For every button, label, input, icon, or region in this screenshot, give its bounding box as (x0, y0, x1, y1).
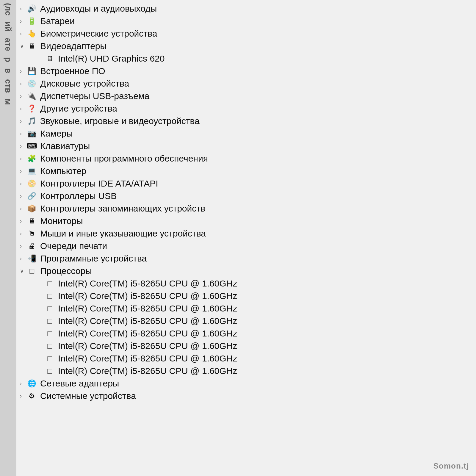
device-item-biometric[interactable]: ›👆Биометрические устройства (19, 27, 473, 40)
device-icon-cpu-7: □ (44, 355, 55, 362)
chevron-icon-camera: › (20, 131, 26, 136)
chevron-icon-computer: › (20, 168, 26, 174)
device-icon-system-dev: ⚙ (26, 392, 37, 400)
device-label-prog-devices: Программные устройства (40, 254, 147, 263)
device-icon-biometric: 👆 (26, 30, 37, 37)
chevron-icon-usb-ctrl: › (20, 193, 26, 199)
device-item-usb-ctrl[interactable]: ›🔗Контроллеры USB (19, 190, 473, 202)
device-icon-cpu-3: □ (44, 305, 55, 312)
device-icon-computer: 💻 (26, 167, 37, 175)
device-label-usb-hub: Диспетчеры USB-разъема (40, 92, 149, 101)
device-item-cpu-2[interactable]: □Intel(R) Core(TM) i5-8265U CPU @ 1.60GH… (19, 290, 473, 302)
device-label-keyboard: Клавиатуры (40, 142, 90, 151)
device-icon-print-queue: 🖨 (26, 242, 37, 250)
device-item-sound[interactable]: ›🎵Звуковые, игровые и видеоустройства (19, 115, 473, 127)
device-icon-sound: 🎵 (26, 118, 37, 125)
device-icon-usb-ctrl: 🔗 (26, 192, 37, 200)
chevron-icon-storage-ctrl: › (20, 206, 26, 211)
left-label-1: (лс (3, 3, 13, 15)
device-item-battery[interactable]: ›🔋Батареи (19, 15, 473, 27)
device-icon-usb-hub: 🔌 (26, 93, 37, 100)
device-icon-cpu-5: □ (44, 330, 55, 337)
device-item-audio[interactable]: ›🔊Аудиовходы и аудиовыходы (19, 2, 473, 15)
watermark: Somon.tj (433, 461, 469, 471)
device-item-camera[interactable]: ›📷Камеры (19, 127, 473, 140)
device-label-display-adapters: Видеоадаптеры (40, 42, 107, 51)
device-icon-cpu-8: □ (44, 367, 55, 375)
chevron-icon-ide: › (20, 181, 26, 186)
device-label-mice: Мыши и иные указывающие устройства (40, 229, 206, 238)
chevron-icon-disk: › (20, 81, 26, 86)
device-icon-battery: 🔋 (26, 18, 37, 25)
device-label-cpu-2: Intel(R) Core(TM) i5-8265U CPU @ 1.60GHz (58, 292, 237, 300)
device-label-storage-ctrl: Контроллеры запоминающих устройств (40, 204, 205, 213)
left-label-3: ате (3, 38, 13, 51)
device-item-cpu-3[interactable]: □Intel(R) Core(TM) i5-8265U CPU @ 1.60GH… (19, 302, 473, 315)
device-icon-network: 🌐 (26, 380, 37, 387)
device-item-system-dev[interactable]: ›⚙Системные устройства (19, 390, 473, 402)
device-item-processors[interactable]: ∨□Процессоры (19, 265, 473, 277)
device-item-cpu-1[interactable]: □Intel(R) Core(TM) i5-8265U CPU @ 1.60GH… (19, 277, 473, 290)
device-item-print-queue[interactable]: ›🖨Очереди печати (19, 240, 473, 252)
device-item-uhd-graphics[interactable]: 🖥Intel(R) UHD Graphics 620 (19, 52, 473, 65)
device-item-monitors[interactable]: ›🖥Мониторы (19, 215, 473, 227)
device-icon-other: ❓ (26, 105, 37, 112)
device-label-network: Сетевые адаптеры (40, 379, 119, 388)
device-icon-disk: 💿 (26, 80, 37, 87)
device-label-cpu-1: Intel(R) Core(TM) i5-8265U CPU @ 1.60GHz (58, 279, 237, 288)
device-item-cpu-7[interactable]: □Intel(R) Core(TM) i5-8265U CPU @ 1.60GH… (19, 352, 473, 365)
device-item-usb-hub[interactable]: ›🔌Диспетчеры USB-разъема (19, 90, 473, 102)
device-item-ide[interactable]: ›📀Контроллеры IDE ATA/ATAPI (19, 177, 473, 190)
device-item-network[interactable]: ›🌐Сетевые адаптеры (19, 377, 473, 390)
chevron-icon-sound: › (20, 118, 26, 124)
chevron-icon-battery: › (20, 18, 26, 24)
chevron-icon-display-adapters: ∨ (20, 43, 26, 49)
device-item-display-adapters[interactable]: ∨🖥Видеоадаптеры (19, 40, 473, 52)
device-icon-prog-devices: 📲 (26, 255, 37, 262)
device-item-storage-ctrl[interactable]: ›📦Контроллеры запоминающих устройств (19, 202, 473, 215)
device-item-other[interactable]: ›❓Другие устройства (19, 102, 473, 115)
device-icon-monitors: 🖥 (26, 217, 37, 225)
device-label-biometric: Биометрические устройства (40, 29, 157, 38)
device-item-cpu-4[interactable]: □Intel(R) Core(TM) i5-8265U CPU @ 1.60GH… (19, 315, 473, 327)
device-item-keyboard[interactable]: ›⌨Клавиатуры (19, 140, 473, 152)
device-label-computer: Компьютер (40, 167, 86, 176)
device-icon-keyboard: ⌨ (26, 143, 37, 150)
chevron-icon-network: › (20, 381, 26, 386)
device-item-computer[interactable]: ›💻Компьютер (19, 165, 473, 177)
device-icon-ide: 📀 (26, 180, 37, 187)
left-label-2: ий (3, 21, 13, 32)
device-icon-uhd-graphics: 🖥 (44, 55, 55, 62)
device-label-cpu-3: Intel(R) Core(TM) i5-8265U CPU @ 1.60GHz (58, 304, 237, 313)
device-icon-software-comp: 🧩 (26, 155, 37, 162)
device-icon-storage-ctrl: 📦 (26, 205, 37, 212)
chevron-icon-usb-hub: › (20, 93, 26, 99)
device-item-software-comp[interactable]: ›🧩Компоненты программного обеспечения (19, 152, 473, 165)
device-item-mice[interactable]: ›🖱Мыши и иные указывающие устройства (19, 227, 473, 240)
device-item-cpu-6[interactable]: □Intel(R) Core(TM) i5-8265U CPU @ 1.60GH… (19, 340, 473, 352)
device-label-system-dev: Системные устройства (40, 392, 136, 400)
device-icon-cpu-6: □ (44, 342, 55, 350)
device-icon-mice: 🖱 (26, 230, 37, 237)
device-item-cpu-8[interactable]: □Intel(R) Core(TM) i5-8265U CPU @ 1.60GH… (19, 365, 473, 377)
device-label-uhd-graphics: Intel(R) UHD Graphics 620 (58, 54, 165, 63)
device-label-firmware: Встроенное ПО (40, 67, 105, 76)
chevron-icon-other: › (20, 106, 26, 111)
device-label-software-comp: Компоненты программного обеспечения (40, 154, 208, 163)
device-icon-cpu-1: □ (44, 280, 55, 287)
device-label-sound: Звуковые, игровые и видеоустройства (40, 117, 200, 126)
device-label-cpu-7: Intel(R) Core(TM) i5-8265U CPU @ 1.60GHz (58, 354, 237, 363)
device-item-cpu-5[interactable]: □Intel(R) Core(TM) i5-8265U CPU @ 1.60GH… (19, 327, 473, 340)
device-label-monitors: Мониторы (40, 217, 83, 226)
device-label-audio: Аудиовходы и аудиовыходы (40, 4, 157, 13)
device-label-cpu-5: Intel(R) Core(TM) i5-8265U CPU @ 1.60GHz (58, 329, 237, 338)
left-label-6: ств (3, 79, 13, 93)
device-icon-cpu-4: □ (44, 317, 55, 325)
chevron-icon-mice: › (20, 231, 26, 236)
device-item-prog-devices[interactable]: ›📲Программные устройства (19, 252, 473, 265)
device-item-disk[interactable]: ›💿Дисковые устройства (19, 77, 473, 90)
chevron-icon-prog-devices: › (20, 256, 26, 261)
device-item-firmware[interactable]: ›💾Встроенное ПО (19, 65, 473, 77)
device-icon-camera: 📷 (26, 130, 37, 137)
device-icon-cpu-2: □ (44, 292, 55, 300)
